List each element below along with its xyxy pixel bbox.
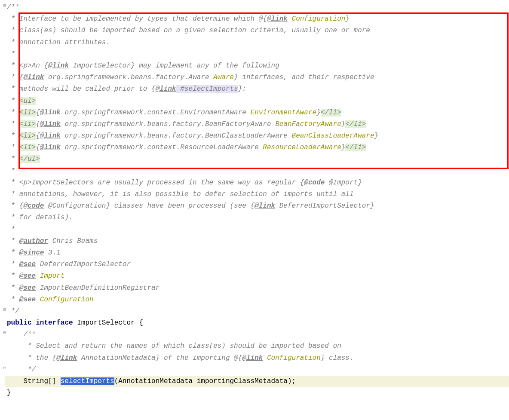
javadoc-link-tag: @link (40, 120, 61, 128)
code-line: ⊟ */ (5, 364, 509, 376)
html-ul-tag: <ul> (19, 97, 36, 105)
fold-icon[interactable]: ⊟ (3, 364, 8, 368)
javadoc-since-tag: @since (19, 249, 44, 257)
code-line: ⊟ */ (5, 306, 509, 317)
javadoc-author-tag: @author (19, 237, 48, 245)
javadoc-code-tag: @code (304, 179, 325, 187)
javadoc-see-tag: @see (19, 296, 36, 304)
code-line: * <ul> (5, 95, 509, 107)
html-li-close-tag: </li> (321, 109, 341, 116)
javadoc-see-tag: @see (19, 261, 36, 268)
html-p-tag: <p> (19, 179, 32, 187)
html-p-tag: <p> (19, 62, 32, 70)
javadoc-link-tag: @link (156, 85, 176, 93)
code-line: * Select and return the names of which c… (5, 340, 509, 352)
html-ul-close-tag: </ul> (19, 155, 40, 163)
code-line: * methods will be called prior to {@link… (5, 83, 509, 95)
javadoc-link-tag: @link (267, 15, 288, 23)
javadoc-see-tag: @see (19, 272, 36, 280)
code-line: * <li>{@link org.springframework.beans.f… (5, 119, 509, 130)
javadoc-link-tag: @link (48, 62, 69, 70)
html-li-tag: <li> (19, 120, 36, 128)
html-li-tag: <li> (19, 132, 36, 140)
html-li-close-tag: </li> (345, 144, 366, 151)
code-line: * <li>{@link org.springframework.context… (5, 142, 509, 153)
code-line: * Interface to be implemented by types t… (5, 13, 509, 25)
code-line: * </ul> (5, 153, 509, 165)
javadoc-link-tag: @link (56, 354, 77, 362)
method-name-selected: selectImports (61, 377, 114, 385)
javadoc-link-tag: @link (242, 354, 263, 362)
code-line: * (5, 166, 509, 177)
html-li-tag: <li> (19, 109, 36, 116)
javadoc-link-tag: @link (40, 132, 61, 140)
code-line: * class(es) should be imported based on … (5, 25, 509, 37)
code-editor[interactable]: ⊟/** * Interface to be implemented by ty… (0, 0, 509, 399)
code-line: * <p>ImportSelectors are usually process… (5, 177, 509, 189)
javadoc-link-tag: @link (254, 202, 275, 210)
javadoc-see-tag: @see (19, 284, 36, 292)
code-line: public interface ImportSelector { (5, 317, 509, 329)
code-line: * annotations, however, it is also possi… (5, 189, 509, 200)
code-line: * <p>An {@link ImportSelector} may imple… (5, 60, 509, 72)
interface-name: ImportSelector { (77, 319, 143, 327)
code-line: ⊟ /** (5, 329, 509, 340)
code-line: * (5, 49, 509, 60)
method-reference: #selectImports (176, 85, 238, 93)
code-line: * @see ImportBeanDefinitionRegistrar (5, 282, 509, 294)
code-line: } (5, 387, 509, 399)
code-line: * {@code @Configuration} classes have be… (5, 200, 509, 212)
method-params: (AnnotationMetadata importingClassMetada… (114, 377, 296, 385)
javadoc-code-tag: @code (23, 202, 44, 210)
code-line: * {@link org.springframework.beans.facto… (5, 72, 509, 83)
fold-icon[interactable]: ⊟ (3, 2, 8, 6)
code-line: * (5, 224, 509, 236)
keyword-public: public (7, 319, 32, 327)
code-line: ⊟/** (5, 2, 509, 13)
code-line: * @author Chris Beams (5, 236, 509, 247)
javadoc-link-tag: @link (23, 74, 44, 81)
code-line: * <li>{@link org.springframework.context… (5, 107, 509, 119)
code-line-highlighted: String[] selectImports(AnnotationMetadat… (5, 376, 509, 387)
keyword-interface: interface (36, 319, 73, 327)
fold-icon[interactable]: ⊟ (3, 329, 8, 333)
code-line: * @see Import (5, 270, 509, 282)
javadoc-link-tag: @link (40, 144, 61, 151)
code-line: * @see DeferredImportSelector (5, 259, 509, 270)
code-line: * @since 3.1 (5, 247, 509, 259)
html-li-tag: <li> (19, 144, 36, 151)
code-line: * annotation attributes. (5, 37, 509, 49)
fold-icon[interactable]: ⊟ (3, 306, 8, 310)
code-line: * for details). (5, 212, 509, 224)
code-line: * <li>{@link org.springframework.beans.f… (5, 130, 509, 142)
code-line: * @see Configuration (5, 294, 509, 306)
html-li-close-tag: </li> (345, 120, 366, 128)
code-line: * the {@link AnnotationMetadata} of the … (5, 353, 509, 364)
javadoc-link-tag: @link (40, 109, 61, 116)
